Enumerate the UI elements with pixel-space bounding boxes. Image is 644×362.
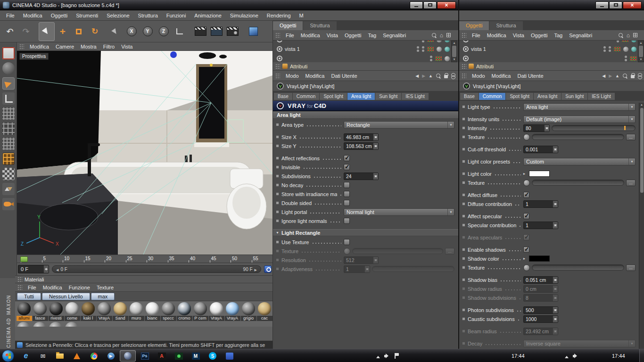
ceiling-sphere[interactable] [170,51,177,58]
objects-menu-item[interactable]: Segnalibri [566,31,595,40]
stepper-arrows-icon[interactable] [43,265,49,273]
scroll-up-icon[interactable]: ▲ [453,41,456,45]
create-cube-icon[interactable] [245,22,261,41]
object-row-clipped[interactable] [459,41,644,44]
material-tag-icon[interactable] [445,41,450,42]
panel-handle-icon[interactable] [462,33,466,38]
keyframe-dot[interactable] [462,193,465,197]
objects-menu-item[interactable]: Tag [551,31,566,40]
texture-field[interactable] [532,180,624,186]
property-spinner[interactable]: 0.051 cm [523,276,558,284]
spline-icon[interactable] [2,92,15,105]
keyframe-dot[interactable] [462,105,465,108]
maximize-button[interactable] [609,1,622,9]
property-spinner[interactable]: 80 [523,124,550,132]
volume-icon[interactable] [384,354,390,359]
keyframe-dot[interactable] [276,183,279,187]
property-row[interactable]: Shadow bias 0.051 cm 0.051 cm [459,275,639,284]
materials-menu-item[interactable]: Texture [93,283,117,292]
property-checkbox[interactable] [344,164,350,170]
property-spinner[interactable]: 0 cm [523,285,558,293]
attributes-header[interactable]: Attributi [459,62,644,71]
property-spinner[interactable]: 1 [344,265,370,273]
keyframe-dot[interactable] [462,172,465,175]
menu-item[interactable]: Funzioni [162,10,190,21]
object-tree[interactable]: vista 1 [273,41,458,62]
keyframe-dot[interactable] [462,317,465,321]
property-row[interactable]: Area type Rectangle Rectangle [273,120,458,129]
timeline-ruler[interactable]: 0510152025303540455055 [17,255,272,263]
last-tool-icon[interactable] [107,22,124,41]
material-thumb[interactable]: fasce [32,302,48,321]
attribute-tab[interactable]: IES Light [588,93,615,100]
attributes-scrollbar[interactable]: ▲ [639,103,644,349]
property-row[interactable]: Texture [459,132,639,141]
media-player-icon[interactable]: ▶ [103,350,119,362]
materials-menu-item[interactable]: Funzione [66,283,93,292]
record-keyframe-button[interactable] [264,265,272,273]
property-row[interactable]: Texture [273,247,458,255]
texture-preview-icon[interactable] [523,180,530,186]
viewport-menu-item[interactable]: Mostra [77,42,100,51]
viewport-camera-label[interactable]: Prospettiva [19,53,49,60]
attribute-tab[interactable]: Sun light [375,93,401,100]
checker-icon[interactable] [2,168,15,180]
shader-globe-icon[interactable] [2,62,15,74]
scroll-thumb[interactable] [452,46,456,57]
property-checkbox[interactable] [344,218,350,224]
home-icon[interactable]: ⌂ [627,33,630,38]
viewport-menu-item[interactable]: Modifica [26,42,52,51]
property-row[interactable]: Decay Inverse square Inverse square [459,339,639,348]
material-tag-icon[interactable] [631,47,636,52]
attributes-menu-item[interactable]: Dati Utente [514,71,547,81]
object-tree[interactable]: vista 1 [459,41,644,62]
stepper-arrows-icon[interactable] [364,266,370,272]
property-checkbox[interactable] [523,234,529,240]
close-button[interactable] [623,1,642,9]
property-row[interactable]: Area speculars [459,233,639,242]
panel-handle-icon[interactable] [462,64,466,69]
layout-grid-icon[interactable] [633,33,637,37]
viewport-menu-item[interactable]: Vista [118,42,136,51]
objects-menu-item[interactable]: Vista [323,31,341,40]
texture-field[interactable] [532,134,624,140]
material-thumb[interactable]: VrayA [224,302,240,321]
property-checkbox[interactable] [344,239,350,245]
objects-panel-tab[interactable]: Oggetti [459,21,489,30]
material-thumb[interactable]: allumi [16,302,32,321]
property-row[interactable]: Shadow subdivisions 8 8 [459,293,639,302]
attribute-tab[interactable]: Area light [534,93,561,100]
scroll-up-icon[interactable]: ▲ [640,41,643,45]
property-slider[interactable] [372,266,454,272]
keyframe-dot[interactable] [462,236,465,239]
objects-menu-item[interactable]: Oggetti [528,31,551,40]
panel-handle-icon[interactable] [275,64,280,69]
start-button[interactable] [2,350,14,362]
rotate-icon[interactable]: ↻ [87,22,103,41]
property-slider[interactable] [552,125,636,131]
material-thumb[interactable]: ceme [64,302,80,321]
stepper-arrows-icon[interactable] [553,286,558,292]
scale-icon[interactable] [71,22,87,41]
swap-arrows-icon[interactable] [2,183,15,195]
attribute-tab[interactable]: Base [460,93,479,100]
property-spinner[interactable]: 1 [523,222,558,229]
vlc-icon[interactable] [69,350,85,362]
menu-item[interactable]: Modifica [19,10,47,21]
selected-object-row[interactable]: V VrayLight [VrayLight] [459,81,644,91]
materials-layer-tab[interactable]: max [91,293,115,300]
lock-icon[interactable] [444,75,448,78]
hidden-icons-arrow-icon[interactable] [565,354,569,358]
keyframe-dot[interactable] [276,135,279,139]
stepper-arrows-icon[interactable] [553,295,558,301]
link-icon[interactable] [638,73,641,78]
property-checkbox[interactable] [523,247,529,253]
lock-y-icon[interactable]: Y [140,22,156,41]
keyframe-dot[interactable] [462,160,465,163]
search-icon[interactable] [619,33,623,38]
panel-handle-icon[interactable] [17,285,22,290]
menu-item[interactable]: Struttura [134,10,162,21]
coord-system-icon[interactable] [172,22,188,41]
menu-item[interactable]: M [295,10,308,21]
property-row[interactable]: Intensity units Default (image) Default … [459,115,639,123]
